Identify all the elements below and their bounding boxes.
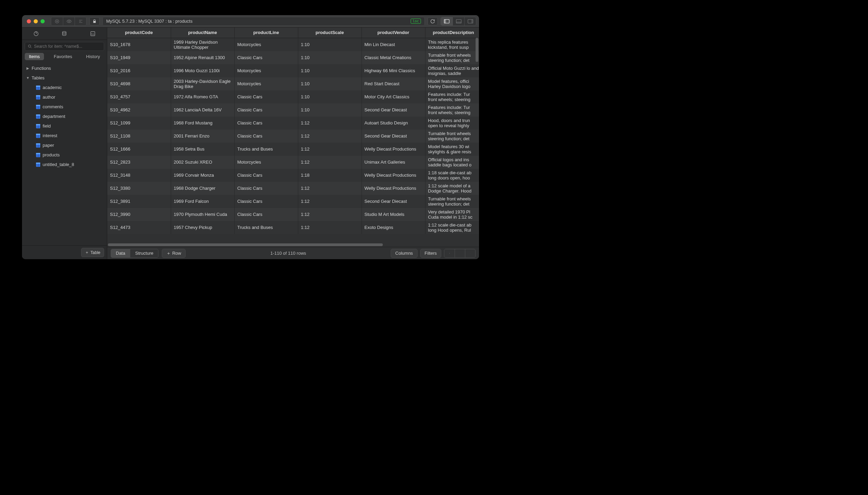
cell-productLine[interactable]: Trucks and Buses xyxy=(234,143,298,156)
search-input-wrap[interactable] xyxy=(25,42,104,51)
cell-productVendor[interactable]: Welly Diecast Productions xyxy=(361,169,425,182)
cell-productVendor[interactable]: Autoart Studio Design xyxy=(361,117,425,130)
cell-productLine[interactable]: Motorcycles xyxy=(234,64,298,77)
scope-items[interactable]: Items xyxy=(25,53,44,60)
cell-productScale[interactable]: 1:12 xyxy=(298,117,361,130)
cell-productScale[interactable]: 1:12 xyxy=(298,182,361,195)
cell-productLine[interactable]: Motorcycles xyxy=(234,77,298,90)
cell-productVendor[interactable]: Motor City Art Classics xyxy=(361,90,425,103)
prev-page-button[interactable] xyxy=(444,249,455,257)
cell-productVendor[interactable]: Red Start Diecast xyxy=(361,77,425,90)
table-row[interactable]: S12_44731957 Chevy PickupTrucks and Buse… xyxy=(107,221,479,234)
table-row[interactable]: S10_20161996 Moto Guzzi 1100iMotorcycles… xyxy=(107,64,479,77)
cell-productLine[interactable]: Trucks and Buses xyxy=(234,221,298,234)
cell-productCode[interactable]: S12_4473 xyxy=(107,221,171,234)
cell-productName[interactable]: 1970 Plymouth Hemi Cuda xyxy=(171,208,234,221)
table-row[interactable]: S12_33801968 Dodge ChargerClassic Cars1:… xyxy=(107,182,479,195)
cell-productLine[interactable]: Motorcycles xyxy=(234,38,298,51)
cell-productVendor[interactable]: Min Lin Diecast xyxy=(361,38,425,51)
layout-right-button[interactable] xyxy=(464,17,476,25)
cell-productScale[interactable]: 1:18 xyxy=(298,169,361,182)
sidebar-table-interest[interactable]: interest xyxy=(22,131,107,141)
cell-productScale[interactable]: 1:10 xyxy=(298,103,361,117)
column-header-productDescription[interactable]: productDescription xyxy=(425,28,479,38)
cell-productName[interactable]: 1972 Alfa Romeo GTA xyxy=(171,90,234,103)
cell-productName[interactable]: 1969 Harley Davidson Ultimate Chopper xyxy=(171,38,234,51)
cell-productScale[interactable]: 1:12 xyxy=(298,208,361,221)
cell-productScale[interactable]: 1:12 xyxy=(298,195,361,208)
cell-productScale[interactable]: 1:12 xyxy=(298,143,361,156)
zoom-window-button[interactable] xyxy=(41,19,45,23)
table-row[interactable]: S10_49621962 LanciaA Delta 16VClassic Ca… xyxy=(107,103,479,117)
cell-productDescription[interactable]: Turnable front wheels steering function;… xyxy=(425,130,479,143)
scope-favorites[interactable]: Favorites xyxy=(49,53,76,60)
cell-productLine[interactable]: Classic Cars xyxy=(234,182,298,195)
table-row[interactable]: S12_31481969 Corvair MonzaClassic Cars1:… xyxy=(107,169,479,182)
cell-productScale[interactable]: 1:10 xyxy=(298,51,361,64)
cell-productDescription[interactable]: Model features, offici Harley Davidson l… xyxy=(425,77,479,90)
vertical-scrollbar[interactable] xyxy=(476,38,478,236)
table-row[interactable]: S12_10991968 Ford MustangClassic Cars1:1… xyxy=(107,117,479,130)
tree-tables[interactable]: ▼ Tables xyxy=(22,73,107,83)
lock-icon[interactable] xyxy=(89,17,100,25)
cell-productDescription[interactable]: Official logos and ins saddle bags locat… xyxy=(425,156,479,169)
cell-productLine[interactable]: Classic Cars xyxy=(234,103,298,117)
sidebar-table-academic[interactable]: academic xyxy=(22,83,107,92)
tab-database-icon[interactable] xyxy=(59,30,69,38)
cell-productName[interactable]: 1958 Setra Bus xyxy=(171,143,234,156)
cell-productDescription[interactable]: 1:18 scale die-cast ab long doors open, … xyxy=(425,169,479,182)
cell-productDescription[interactable]: Turnable front wheels steering function;… xyxy=(425,195,479,208)
horizontal-scrollbar[interactable] xyxy=(108,243,474,246)
cell-productCode[interactable]: S10_4757 xyxy=(107,90,171,103)
cell-productLine[interactable]: Classic Cars xyxy=(234,208,298,221)
cell-productVendor[interactable]: Unimax Art Galleries xyxy=(361,156,425,169)
cell-productCode[interactable]: S12_1666 xyxy=(107,143,171,156)
cell-productName[interactable]: 1996 Moto Guzzi 1100i xyxy=(171,64,234,77)
cell-productLine[interactable]: Motorcycles xyxy=(234,156,298,169)
cell-productLine[interactable]: Classic Cars xyxy=(234,195,298,208)
cell-productScale[interactable]: 1:12 xyxy=(298,156,361,169)
tab-sql-icon[interactable]: SQL xyxy=(88,30,98,38)
cell-productCode[interactable]: S12_3148 xyxy=(107,169,171,182)
column-header-productCode[interactable]: productCode xyxy=(107,28,171,38)
cell-productCode[interactable]: S10_2016 xyxy=(107,64,171,77)
cell-productVendor[interactable]: Second Gear Diecast xyxy=(361,195,425,208)
breadcrumb[interactable]: MySQL 5.7.23 : MySQL 3307 : ta : product… xyxy=(102,17,425,26)
table-row[interactable]: S10_47571972 Alfa Romeo GTAClassic Cars1… xyxy=(107,90,479,103)
sidebar-table-field[interactable]: field xyxy=(22,121,107,131)
cell-productDescription[interactable]: Official Moto Guzzi lo and insignias, sa… xyxy=(425,64,479,77)
close-window-button[interactable] xyxy=(27,19,31,23)
cell-productLine[interactable]: Classic Cars xyxy=(234,130,298,143)
table-row[interactable]: S10_19491952 Alpine Renault 1300Classic … xyxy=(107,51,479,64)
cell-productCode[interactable]: S12_1099 xyxy=(107,117,171,130)
cell-productName[interactable]: 2003 Harley-Davidson Eagle Drag Bike xyxy=(171,77,234,90)
table-row[interactable]: S12_11082001 Ferrari EnzoClassic Cars1:1… xyxy=(107,130,479,143)
column-header-productLine[interactable]: productLine xyxy=(234,28,298,38)
cell-productVendor[interactable]: Second Gear Diecast xyxy=(361,130,425,143)
cell-productLine[interactable]: Classic Cars xyxy=(234,117,298,130)
cell-productDescription[interactable]: 1:12 scale model of a Dodge Charger. Hoo… xyxy=(425,182,479,195)
cell-productVendor[interactable]: Classic Metal Creations xyxy=(361,51,425,64)
layout-sidebar-button[interactable] xyxy=(441,17,453,25)
cell-productScale[interactable]: 1:12 xyxy=(298,221,361,234)
cell-productVendor[interactable]: Highway 66 Mini Classics xyxy=(361,64,425,77)
cell-productVendor[interactable]: Welly Diecast Productions xyxy=(361,143,425,156)
cell-productCode[interactable]: S12_3891 xyxy=(107,195,171,208)
table-row[interactable]: S12_39901970 Plymouth Hemi CudaClassic C… xyxy=(107,208,479,221)
mode-structure[interactable]: Structure xyxy=(130,249,158,257)
cell-productName[interactable]: 1969 Corvair Monza xyxy=(171,169,234,182)
cell-productCode[interactable]: S10_4698 xyxy=(107,77,171,90)
cell-productName[interactable]: 1969 Ford Falcon xyxy=(171,195,234,208)
cell-productDescription[interactable]: This replica features kickstand, front s… xyxy=(425,38,479,51)
page-settings-button[interactable] xyxy=(455,249,465,257)
reload-button[interactable] xyxy=(427,17,438,25)
cell-productCode[interactable]: S12_3990 xyxy=(107,208,171,221)
cell-productVendor[interactable]: Studio M Art Models xyxy=(361,208,425,221)
sidebar-table-paper[interactable]: paper xyxy=(22,141,107,150)
cell-productName[interactable]: 1952 Alpine Renault 1300 xyxy=(171,51,234,64)
filters-button[interactable]: Filters xyxy=(420,249,441,258)
sidebar-table-author[interactable]: author xyxy=(22,92,107,102)
table-row[interactable]: S12_28232002 Suzuki XREOMotorcycles1:12U… xyxy=(107,156,479,169)
cell-productCode[interactable]: S10_1949 xyxy=(107,51,171,64)
minimize-window-button[interactable] xyxy=(34,19,38,23)
